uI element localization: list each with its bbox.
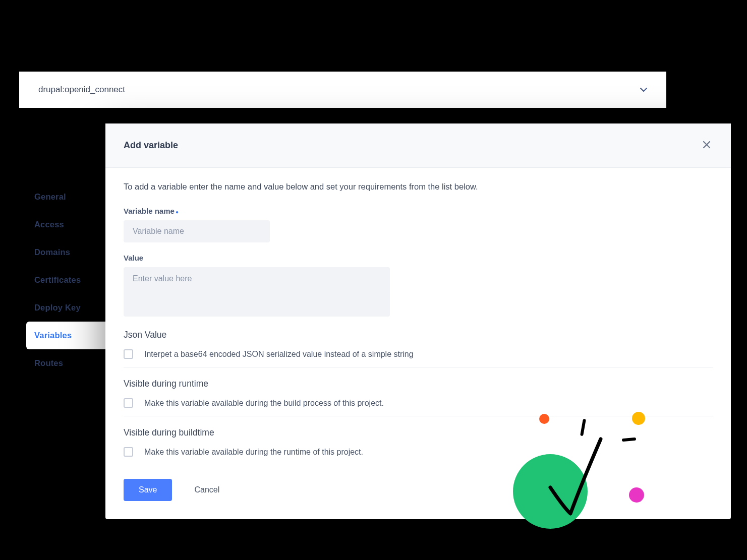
sidebar-item-label: General <box>34 192 66 201</box>
json-checkbox-label: Interpet a base64 encoded JSON serialize… <box>144 350 414 359</box>
sidebar-item-label: Deploy Key <box>34 303 81 312</box>
runtime-checkbox-row: Make this variable available during the … <box>124 396 713 416</box>
modal-title: Add variable <box>124 140 178 151</box>
sidebar-item-general[interactable]: General <box>26 183 112 211</box>
sidebar-item-label: Routes <box>34 358 63 367</box>
project-dropdown[interactable]: drupal:openid_connect <box>19 72 666 108</box>
sidebar-item-variables[interactable]: Variables <box>26 322 112 349</box>
sidebar-item-domains[interactable]: Domains <box>26 238 112 266</box>
sidebar-item-routes[interactable]: Routes <box>26 349 112 377</box>
sidebar-item-label: Domains <box>34 247 70 257</box>
buildtime-checkbox-label: Make this variable available during the … <box>144 448 363 457</box>
sidebar-item-certificates[interactable]: Certificates <box>26 266 112 294</box>
runtime-checkbox[interactable] <box>124 398 133 408</box>
buildtime-checkbox[interactable] <box>124 447 133 457</box>
buildtime-checkbox-row: Make this variable available during the … <box>124 445 713 465</box>
modal-header: Add variable <box>105 123 731 168</box>
button-row: Save Cancel <box>124 479 713 501</box>
close-icon[interactable] <box>701 138 713 153</box>
settings-sidebar: General Access Domains Certificates Depl… <box>26 183 112 377</box>
sidebar-item-deploy-key[interactable]: Deploy Key <box>26 294 112 322</box>
cancel-button[interactable]: Cancel <box>192 479 221 501</box>
value-textarea[interactable] <box>124 267 390 317</box>
sidebar-item-access[interactable]: Access <box>26 211 112 238</box>
dropdown-value: drupal:openid_connect <box>38 85 125 95</box>
runtime-section-title: Visible during runtime <box>124 379 713 389</box>
sidebar-item-label: Variables <box>34 331 72 340</box>
required-indicator: ● <box>176 209 179 215</box>
modal-body: To add a variable enter the name and val… <box>105 168 731 519</box>
save-button[interactable]: Save <box>124 479 172 501</box>
variable-name-label: Variable name● <box>124 207 713 215</box>
intro-text: To add a variable enter the name and val… <box>124 182 713 192</box>
sidebar-item-label: Certificates <box>34 275 81 284</box>
runtime-checkbox-label: Make this variable available during the … <box>144 399 384 408</box>
json-checkbox-row: Interpet a base64 encoded JSON serialize… <box>124 347 713 367</box>
chevron-down-icon <box>640 86 647 94</box>
buildtime-section-title: Visible during buildtime <box>124 427 713 438</box>
json-section-title: Json Value <box>124 330 713 340</box>
sidebar-item-label: Access <box>34 220 64 229</box>
value-label: Value <box>124 254 713 262</box>
add-variable-modal: Add variable To add a variable enter the… <box>105 123 731 519</box>
variable-name-input[interactable] <box>124 220 270 242</box>
json-checkbox[interactable] <box>124 349 133 359</box>
